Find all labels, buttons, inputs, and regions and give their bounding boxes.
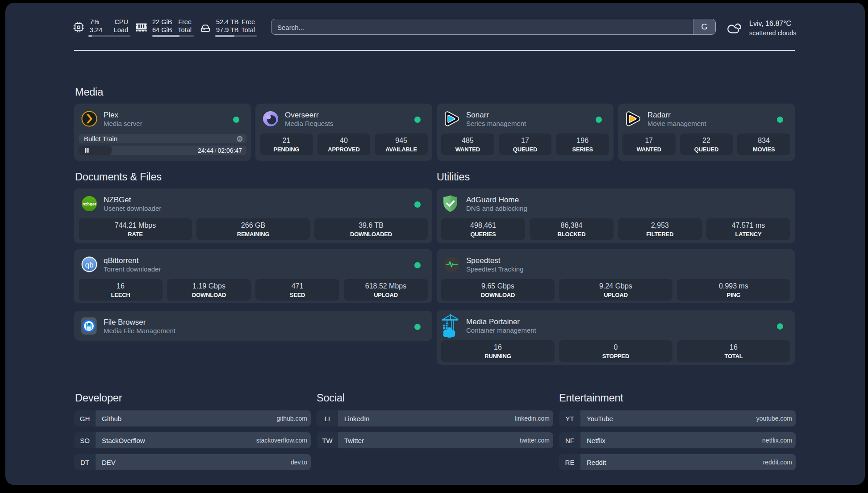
svg-text:nzbget: nzbget [83, 201, 96, 206]
svg-text:qb: qb [85, 261, 94, 269]
